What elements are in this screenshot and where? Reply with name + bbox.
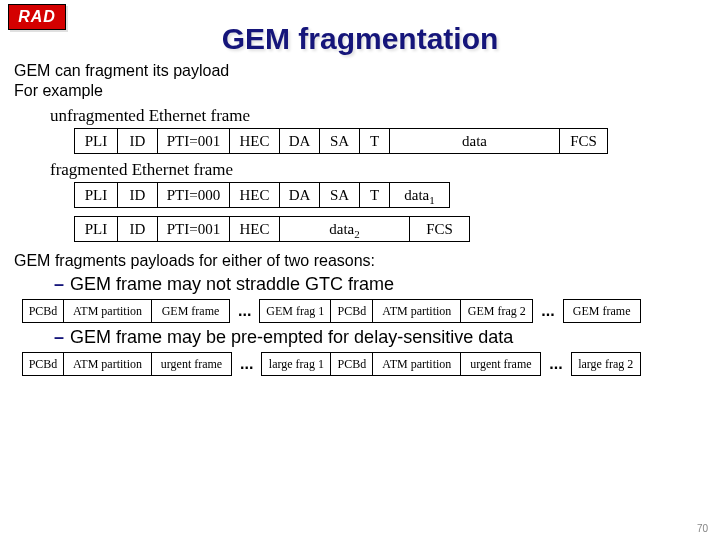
reasons-intro: GEM fragments payloads for either of two… bbox=[14, 252, 706, 270]
ellipsis-icon: ... bbox=[230, 300, 259, 322]
gtc-row-2: PCBd ATM partition urgent frame ... larg… bbox=[22, 352, 706, 376]
gcell-large2: large frag 2 bbox=[571, 352, 641, 376]
cell-pti: PTI=000 bbox=[158, 182, 230, 208]
cell-data1: data1 bbox=[390, 182, 450, 208]
cell-id: ID bbox=[118, 216, 158, 242]
page-title: GEM fragmentation bbox=[0, 0, 720, 60]
gcell-pcbd: PCBd bbox=[22, 299, 64, 323]
gcell-gem2: GEM frame bbox=[563, 299, 641, 323]
intro-line-2: For example bbox=[14, 82, 706, 100]
cell-pti: PTI=001 bbox=[158, 128, 230, 154]
gcell-pcbd2: PCBd bbox=[331, 352, 373, 376]
cell-data: data bbox=[390, 128, 560, 154]
cell-hec: HEC bbox=[230, 128, 280, 154]
gcell-gem: GEM frame bbox=[152, 299, 230, 323]
subhead-fragmented: fragmented Ethernet frame bbox=[50, 160, 706, 180]
data1-sub: 1 bbox=[429, 194, 435, 206]
cell-pli: PLI bbox=[74, 182, 118, 208]
gcell-atm: ATM partition bbox=[64, 352, 152, 376]
cell-pti: PTI=001 bbox=[158, 216, 230, 242]
bullet-dash-icon: – bbox=[54, 274, 64, 294]
ellipsis-icon: ... bbox=[541, 353, 570, 375]
gcell-large1: large frag 1 bbox=[261, 352, 331, 376]
gcell-pcbd: PCBd bbox=[22, 352, 64, 376]
ellipsis-icon: ... bbox=[232, 353, 261, 375]
data2-base: data bbox=[329, 221, 354, 237]
bullet-dash-icon: – bbox=[54, 327, 64, 347]
gcell-atm2: ATM partition bbox=[373, 352, 461, 376]
cell-t: T bbox=[360, 182, 390, 208]
gcell-atm: ATM partition bbox=[64, 299, 152, 323]
cell-pli: PLI bbox=[74, 216, 118, 242]
cell-data2: data2 bbox=[280, 216, 410, 242]
cell-sa: SA bbox=[320, 182, 360, 208]
bullet-2: –GEM frame may be pre-empted for delay-s… bbox=[54, 327, 706, 348]
frame-unfragmented: PLI ID PTI=001 HEC DA SA T data FCS bbox=[74, 128, 706, 154]
data1-base: data bbox=[404, 187, 429, 203]
cell-hec: HEC bbox=[230, 216, 280, 242]
intro-line-1: GEM can fragment its payload bbox=[14, 62, 706, 80]
ellipsis-icon: ... bbox=[533, 300, 562, 322]
cell-hec: HEC bbox=[230, 182, 280, 208]
cell-t: T bbox=[360, 128, 390, 154]
frame-fragment-2: PLI ID PTI=001 HEC data2 FCS bbox=[74, 216, 706, 242]
gcell-pcbd2: PCBd bbox=[331, 299, 373, 323]
cell-fcs: FCS bbox=[560, 128, 608, 154]
gcell-frag2: GEM frag 2 bbox=[461, 299, 533, 323]
cell-sa: SA bbox=[320, 128, 360, 154]
cell-fcs: FCS bbox=[410, 216, 470, 242]
cell-pli: PLI bbox=[74, 128, 118, 154]
gcell-urgent: urgent frame bbox=[152, 352, 232, 376]
cell-da: DA bbox=[280, 128, 320, 154]
gtc-row-1: PCBd ATM partition GEM frame ... GEM fra… bbox=[22, 299, 706, 323]
bullet-1-text: GEM frame may not straddle GTC frame bbox=[70, 274, 394, 294]
page-number: 70 bbox=[697, 523, 708, 534]
logo: RAD bbox=[8, 4, 66, 30]
bullet-2-text: GEM frame may be pre-empted for delay-se… bbox=[70, 327, 513, 347]
gcell-urgent2: urgent frame bbox=[461, 352, 541, 376]
frame-fragment-1: PLI ID PTI=000 HEC DA SA T data1 bbox=[74, 182, 706, 208]
data2-sub: 2 bbox=[354, 228, 360, 240]
cell-da: DA bbox=[280, 182, 320, 208]
subhead-unfragmented: unfragmented Ethernet frame bbox=[50, 106, 706, 126]
cell-id: ID bbox=[118, 128, 158, 154]
gcell-atm2: ATM partition bbox=[373, 299, 461, 323]
cell-id: ID bbox=[118, 182, 158, 208]
bullet-1: –GEM frame may not straddle GTC frame bbox=[54, 274, 706, 295]
gcell-frag1: GEM frag 1 bbox=[259, 299, 331, 323]
